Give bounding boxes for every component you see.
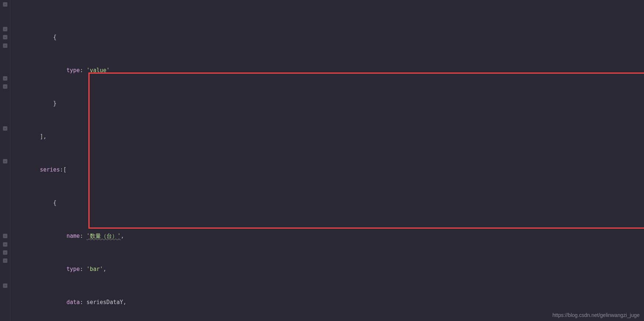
- code-line: name: '数量（台）',: [10, 232, 644, 240]
- fold-marker-icon[interactable]: −: [3, 2, 7, 7]
- code-editor[interactable]: − − − − − − − − − − − − − { type: 'value…: [0, 0, 644, 321]
- fold-marker-icon[interactable]: −: [3, 234, 7, 238]
- fold-marker-icon[interactable]: −: [3, 43, 7, 48]
- code-line: {: [10, 199, 644, 207]
- fold-marker-icon[interactable]: −: [3, 76, 7, 81]
- code-line: type: 'bar',: [10, 265, 644, 274]
- fold-marker-icon[interactable]: −: [3, 84, 7, 89]
- code-line: {: [10, 33, 644, 42]
- fold-marker-icon[interactable]: −: [3, 258, 7, 263]
- code-line: data: seriesDataY,: [10, 298, 644, 307]
- editor-gutter: − − − − − − − − − − − − −: [0, 0, 10, 321]
- fold-marker-icon[interactable]: −: [3, 27, 7, 31]
- fold-marker-icon[interactable]: −: [3, 159, 7, 163]
- code-content[interactable]: { type: 'value' } ], series:[ { name: '数…: [10, 0, 644, 321]
- code-line: type: 'value': [10, 66, 644, 75]
- fold-marker-icon[interactable]: −: [3, 242, 7, 247]
- fold-marker-icon[interactable]: −: [3, 283, 7, 288]
- fold-marker-icon[interactable]: −: [3, 250, 7, 255]
- code-line: }: [10, 99, 644, 108]
- code-line: ],: [10, 133, 644, 141]
- watermark-text: https://blog.csdn.net/gelinwangzi_juge: [552, 312, 640, 318]
- code-line: series:[: [10, 166, 644, 174]
- fold-marker-icon[interactable]: −: [3, 126, 7, 131]
- fold-marker-icon[interactable]: −: [3, 35, 7, 39]
